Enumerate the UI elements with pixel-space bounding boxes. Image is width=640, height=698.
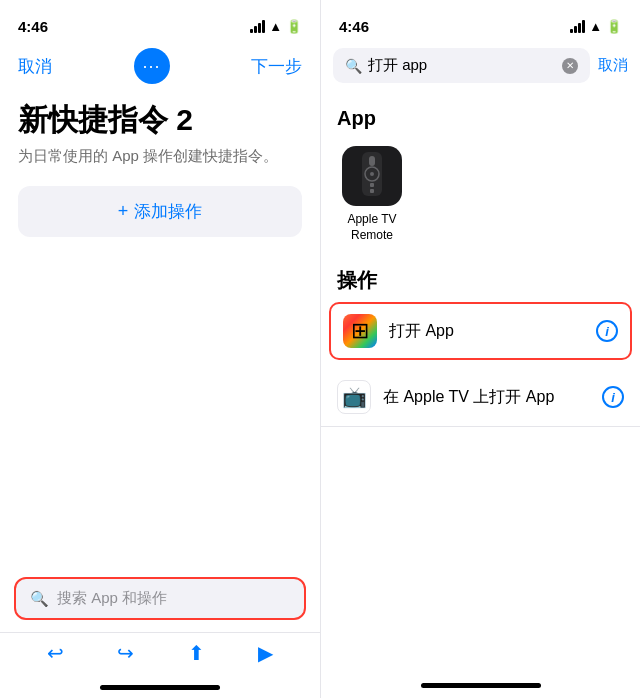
status-time-left: 4:46 — [18, 18, 48, 35]
remote-svg — [356, 152, 388, 200]
tv-emoji: 📺 — [342, 385, 367, 409]
cancel-button[interactable]: 取消 — [18, 55, 52, 78]
results-content: App Apple TV Remote 操作 — [321, 91, 640, 675]
app-item-apple-tv-remote[interactable]: Apple TV Remote — [337, 146, 407, 243]
share-icon[interactable]: ⬆ — [188, 641, 205, 665]
open-app-info-button[interactable]: i — [596, 320, 618, 342]
status-icons-left: ▲ 🔋 — [250, 19, 302, 34]
right-panel: 4:46 ▲ 🔋 🔍 打开 app ✕ 取消 App — [320, 0, 640, 698]
next-button[interactable]: 下一步 — [251, 55, 302, 78]
play-icon[interactable]: ▶ — [258, 641, 273, 665]
open-apple-tv-info-button[interactable]: i — [602, 386, 624, 408]
search-input-value[interactable]: 打开 app — [368, 56, 556, 75]
operation-open-app[interactable]: ⊞ 打开 App i — [329, 302, 632, 360]
bottom-toolbar: ↩ ↪ ⬆ ▶ — [0, 632, 320, 681]
battery-icon-right: 🔋 — [606, 19, 622, 34]
search-cancel-button[interactable]: 取消 — [598, 56, 628, 75]
apple-tv-remote-label: Apple TV Remote — [337, 212, 407, 243]
apple-tv-remote-icon — [342, 146, 402, 206]
search-icon-right-field: 🔍 — [345, 58, 362, 74]
open-apple-tv-icon: 📺 — [337, 380, 371, 414]
status-bar-left: 4:46 ▲ 🔋 — [0, 0, 320, 44]
app-grid: Apple TV Remote — [321, 138, 640, 259]
search-icon-left: 🔍 — [30, 590, 49, 608]
status-bar-right: 4:46 ▲ 🔋 — [321, 0, 640, 44]
svg-rect-4 — [370, 183, 374, 187]
plus-icon: + — [118, 201, 129, 222]
home-indicator-right — [421, 683, 541, 688]
redo-icon[interactable]: ↪ — [117, 641, 134, 665]
status-icons-right: ▲ 🔋 — [570, 19, 622, 34]
operation-open-apple-tv[interactable]: 📺 在 Apple TV 上打开 App i — [321, 368, 640, 427]
wifi-icon: ▲ — [269, 19, 282, 34]
search-placeholder-left: 搜索 App 和操作 — [57, 589, 167, 608]
svg-point-3 — [370, 172, 374, 176]
operations-section: ⊞ 打开 App i 📺 在 Apple TV 上打开 App i — [321, 302, 640, 435]
signal-icon — [250, 20, 265, 33]
app-section-header: App — [321, 99, 640, 138]
nav-bar-left: 取消 ··· 下一步 — [0, 44, 320, 92]
search-nav-bar: 🔍 打开 app ✕ 取消 — [321, 44, 640, 91]
status-time-right: 4:46 — [339, 18, 369, 35]
add-action-label: 添加操作 — [134, 200, 202, 223]
svg-rect-5 — [370, 189, 374, 193]
svg-rect-1 — [369, 156, 375, 166]
open-apple-tv-label: 在 Apple TV 上打开 App — [383, 387, 590, 408]
bottom-search-bar[interactable]: 🔍 搜索 App 和操作 — [14, 577, 306, 620]
battery-icon: 🔋 — [286, 19, 302, 34]
home-indicator-left — [100, 685, 220, 690]
page-subtitle: 为日常使用的 App 操作创建快捷指令。 — [0, 147, 320, 186]
open-app-icon: ⊞ — [343, 314, 377, 348]
signal-icon-right — [570, 20, 585, 33]
page-title: 新快捷指令 2 — [0, 92, 320, 147]
left-panel: 4:46 ▲ 🔋 取消 ··· 下一步 新快捷指令 2 为日常使用的 App 操… — [0, 0, 320, 698]
clear-search-button[interactable]: ✕ — [562, 58, 578, 74]
operations-section-header: 操作 — [321, 259, 640, 302]
grid-emoji: ⊞ — [351, 318, 369, 344]
open-app-label: 打开 App — [389, 321, 584, 342]
wifi-icon-right: ▲ — [589, 19, 602, 34]
search-field[interactable]: 🔍 打开 app ✕ — [333, 48, 590, 83]
undo-icon[interactable]: ↩ — [47, 641, 64, 665]
add-action-button[interactable]: + 添加操作 — [18, 186, 302, 237]
more-button[interactable]: ··· — [134, 48, 170, 84]
